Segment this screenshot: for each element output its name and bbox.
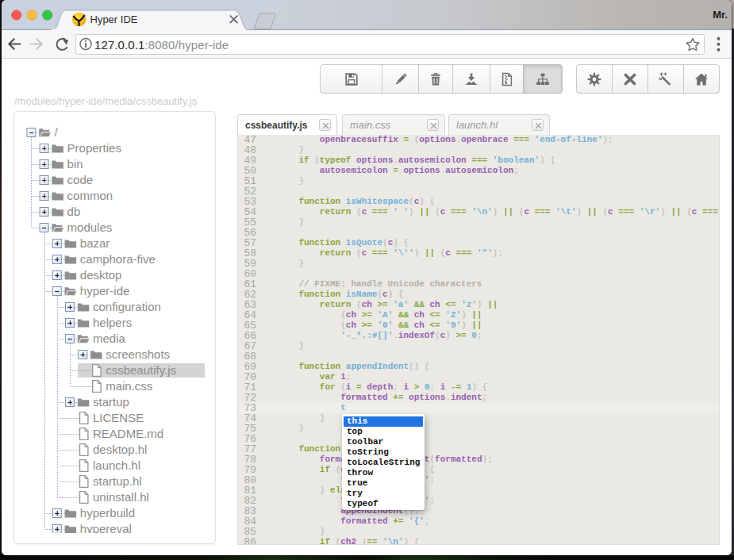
svg-text:desktop.hl: desktop.hl: [93, 443, 147, 456]
svg-text:main.css: main.css: [106, 379, 152, 393]
svg-text:launch.hl: launch.hl: [93, 458, 140, 472]
svg-text:code: code: [67, 173, 94, 186]
svg-text:hypereval: hypereval: [80, 522, 132, 533]
svg-text:Hyper IDE: Hyper IDE: [90, 13, 138, 25]
svg-text:configuration: configuration: [93, 300, 161, 313]
svg-text:/: /: [54, 125, 58, 139]
svg-text:hyper-ide: hyper-ide: [80, 284, 130, 297]
svg-text:Properties: Properties: [67, 141, 121, 155]
svg-text:desktop: desktop: [80, 268, 122, 282]
svg-text:screenshots: screenshots: [106, 347, 170, 361]
svg-text:media: media: [93, 332, 126, 345]
svg-text:db: db: [67, 205, 81, 218]
svg-text:startup.hl: startup.hl: [93, 474, 142, 488]
svg-text:README.md: README.md: [93, 427, 163, 440]
svg-text:hyperbuild: hyperbuild: [80, 506, 135, 520]
svg-text:LICENSE: LICENSE: [93, 411, 144, 424]
svg-text:helpers: helpers: [93, 316, 132, 329]
svg-text:startup: startup: [93, 395, 129, 408]
svg-text:bin: bin: [67, 157, 83, 171]
svg-text:common: common: [67, 189, 113, 202]
svg-text:uninstall.hl: uninstall.hl: [93, 490, 149, 504]
svg-text:cssbeautify.js: cssbeautify.js: [106, 363, 176, 377]
svg-text:bazar: bazar: [80, 236, 110, 250]
svg-text:modules: modules: [67, 221, 113, 234]
svg-text:camphora-five: camphora-five: [80, 252, 156, 266]
